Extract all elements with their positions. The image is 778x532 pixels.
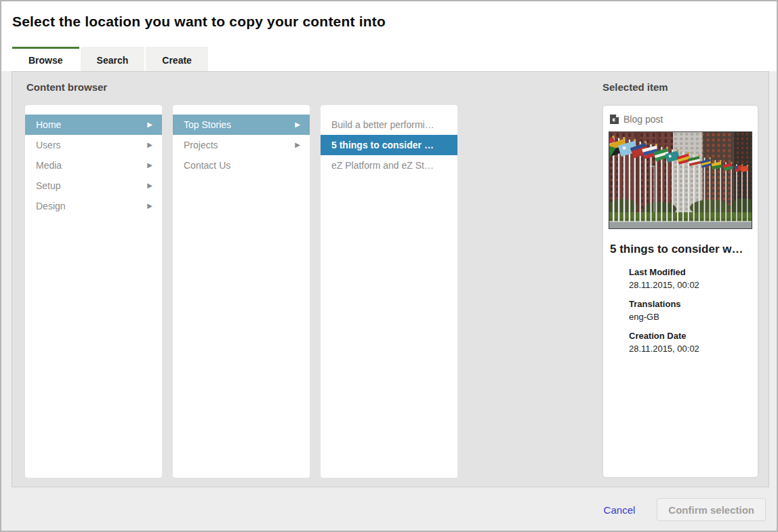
content-browser-panel: Content browser Selected item Home ▶ Use…: [12, 71, 769, 487]
tab-bar: Browse Search Create: [12, 47, 209, 71]
field-translations: Translations eng-GB: [629, 299, 752, 322]
field-last-modified: Last Modified 28.11.2015, 00:02: [629, 267, 752, 290]
finder-item-label: Design: [36, 196, 147, 216]
chevron-right-icon: ▶: [147, 196, 155, 216]
finder-item-design[interactable]: Design ▶: [25, 196, 162, 216]
selected-item-thumbnail: [609, 131, 752, 229]
document-icon: [610, 114, 619, 125]
finder-item-label: Build a better performi…: [331, 115, 451, 135]
finder-item-contact-us[interactable]: Contact Us: [173, 155, 310, 176]
finder-item-setup[interactable]: Setup ▶: [25, 176, 162, 196]
finder-column-3: Build a better performi… 5 things to con…: [321, 105, 457, 478]
finder-item-media[interactable]: Media ▶: [25, 155, 162, 176]
field-value: 28.11.2015, 00:02: [629, 344, 752, 354]
selected-item-fields: Last Modified 28.11.2015, 00:02 Translat…: [629, 267, 752, 354]
chevron-right-icon: ▶: [147, 115, 155, 135]
finder-item-ez-platform[interactable]: eZ Platform and eZ St…: [321, 155, 457, 176]
tab-create[interactable]: Create: [146, 47, 208, 71]
selected-item-card: Blog post: [603, 106, 758, 477]
confirm-selection-button[interactable]: Confirm selection: [657, 498, 766, 521]
finder-item-home[interactable]: Home ▶: [25, 115, 162, 135]
content-type-label: Blog post: [623, 114, 663, 125]
finder-item-label: Media: [36, 155, 147, 176]
finder-item-label: Top Stories: [184, 115, 295, 135]
finder-item-label: Setup: [36, 176, 147, 196]
field-creation-date: Creation Date 28.11.2015, 00:02: [629, 331, 752, 354]
field-label: Creation Date: [629, 331, 752, 341]
chevron-right-icon: ▶: [295, 135, 303, 155]
field-value: eng-GB: [629, 312, 752, 322]
finder-item-label: Home: [36, 115, 147, 135]
finder-item-label: Projects: [184, 135, 295, 155]
finder-item-label: 5 things to consider …: [331, 135, 451, 155]
finder-item-projects[interactable]: Projects ▶: [173, 135, 310, 155]
finder-item-top-stories[interactable]: Top Stories ▶: [173, 115, 310, 135]
chevron-right-icon: ▶: [147, 135, 155, 155]
finder-columns: Home ▶ Users ▶ Media ▶ Setup ▶ Design: [25, 105, 468, 478]
tab-search[interactable]: Search: [81, 47, 145, 71]
finder-column-1: Home ▶ Users ▶ Media ▶ Setup ▶ Design: [25, 105, 162, 478]
field-label: Translations: [629, 299, 752, 309]
finder-item-label: Users: [36, 135, 147, 155]
tab-browse[interactable]: Browse: [12, 47, 79, 71]
chevron-right-icon: ▶: [295, 115, 303, 135]
dialog-footer: Cancel Confirm selection: [1, 487, 777, 532]
selected-item-heading: Selected item: [602, 81, 668, 93]
field-value: 28.11.2015, 00:02: [629, 280, 752, 290]
field-label: Last Modified: [629, 267, 752, 277]
page-title: Select the location you want to copy you…: [12, 14, 386, 30]
chevron-right-icon: ▶: [147, 176, 155, 196]
copy-location-dialog: Select the location you want to copy you…: [0, 0, 778, 532]
selected-item-title: 5 things to consider w…: [610, 243, 752, 256]
finder-item-label: Contact Us: [184, 155, 303, 176]
finder-item-5-things[interactable]: 5 things to consider …: [321, 135, 457, 155]
cancel-button[interactable]: Cancel: [604, 504, 636, 516]
content-type-row: Blog post: [609, 114, 752, 125]
finder-item-build-a-better[interactable]: Build a better performi…: [321, 115, 457, 135]
chevron-right-icon: ▶: [147, 155, 155, 176]
finder-item-users[interactable]: Users ▶: [25, 135, 162, 155]
finder-column-2: Top Stories ▶ Projects ▶ Contact Us: [173, 105, 310, 478]
content-browser-heading: Content browser: [26, 81, 107, 93]
finder-item-label: eZ Platform and eZ St…: [331, 155, 451, 176]
